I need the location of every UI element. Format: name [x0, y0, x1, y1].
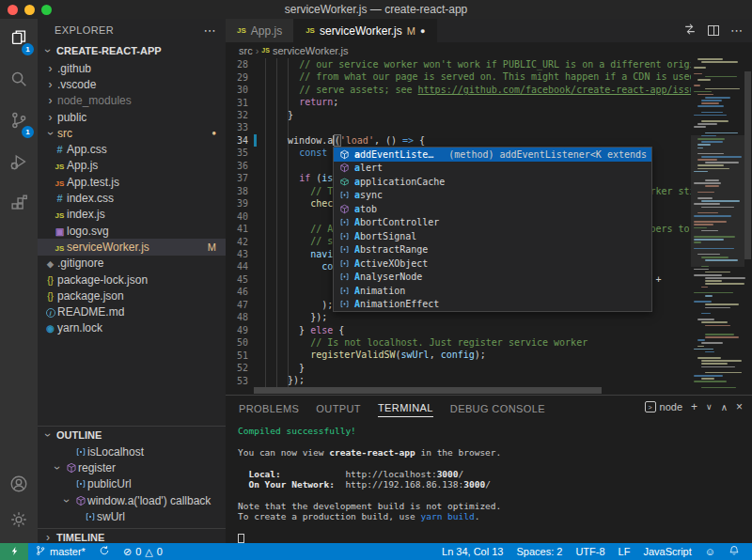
new-terminal-button[interactable]: + [691, 400, 697, 413]
code-line[interactable]: 33 [226, 121, 752, 133]
minimize-window-button[interactable] [24, 5, 35, 15]
code-line[interactable]: 50 // Is not localhost. Just register se… [226, 336, 752, 349]
file-tree-item-src[interactable]: ›src● [38, 125, 226, 141]
file-tree-item-node-modules[interactable]: ›node_modules [38, 93, 226, 109]
file-tree-item--vscode[interactable]: ›.vscode [38, 76, 226, 92]
encoding-label: UTF-8 [575, 546, 604, 557]
symbol-variable-icon [337, 258, 351, 269]
suggest-item-atob[interactable]: atob [334, 202, 651, 216]
branch-status[interactable]: master* [28, 543, 92, 560]
split-editor-icon[interactable] [708, 25, 719, 36]
file-tree-item-index-css[interactable]: #index.css [38, 190, 226, 206]
panel-tab-output[interactable]: OUTPUT [316, 399, 361, 417]
minimap-line [694, 274, 722, 276]
file-tree-item-readme-md[interactable]: iREADME.md [38, 303, 226, 319]
code-editor[interactable]: 28 // our service worker won't work if P… [226, 58, 752, 395]
outline-item[interactable]: ›register [38, 459, 226, 475]
outline-item[interactable]: ›window.a('load') callback [38, 492, 226, 508]
language-status[interactable]: JavaScript [636, 543, 697, 560]
open-changes-icon[interactable] [683, 23, 697, 39]
suggest-item-animation[interactable]: Animation [334, 284, 651, 298]
outline-item[interactable]: publicUrl [38, 476, 226, 492]
terminal-output[interactable]: Compiled successfully! You can now view … [238, 426, 501, 543]
panel-tab-problems[interactable]: PROBLEMS [239, 399, 299, 417]
file-tree-item-app-test-js[interactable]: JSApp.test.js [38, 174, 226, 190]
file-tree-item--gitignore[interactable]: ◆.gitignore [38, 256, 226, 272]
suggest-item-async[interactable]: async [334, 189, 651, 203]
suggest-item-abortsignal[interactable]: AbortSignal [334, 229, 651, 243]
code-line[interactable]: 51 registerValidSW(swUrl, config); [226, 349, 752, 361]
activity-item-explorer[interactable]: 1 [0, 19, 38, 60]
code-line[interactable]: 53 }); [226, 374, 752, 386]
file-tree-item--github[interactable]: ›.github [38, 60, 226, 76]
suggest-item-activexobject[interactable]: ActiveXObject [334, 257, 651, 271]
file-tree-item-logo-svg[interactable]: ▣logo.svg [38, 223, 226, 239]
code-line[interactable]: 31 return; [226, 96, 752, 108]
outline-item[interactable]: swUrl [38, 508, 226, 524]
code-line[interactable]: 30 // serve assets; see https://github.c… [226, 84, 752, 96]
indentation-status[interactable]: Spaces: 2 [509, 543, 569, 560]
code-line[interactable]: 29 // from what our page is served on. T… [226, 70, 752, 83]
suggest-item-addeventliste-[interactable]: addEventListe…(method) addEventListener<… [334, 148, 651, 162]
activity-item-extensions[interactable] [0, 184, 38, 226]
file-tree-item-index-js[interactable]: JSindex.js [38, 207, 226, 223]
activity-item-search[interactable] [0, 60, 38, 101]
activity-item-source-control[interactable]: 1 [0, 101, 38, 143]
unsaved-dot-icon[interactable]: ● [420, 26, 425, 36]
minimap-line [705, 303, 739, 305]
zoom-window-button[interactable] [41, 5, 52, 15]
remote-indicator[interactable] [0, 543, 28, 560]
code-line[interactable]: 28 // our service worker won't work if P… [226, 58, 752, 70]
encoding-status[interactable]: UTF-8 [569, 543, 611, 560]
suggest-item-abstractrange[interactable]: AbstractRange [334, 243, 651, 257]
vertical-scrollbar[interactable] [744, 71, 751, 259]
feedback-status[interactable]: ☺ [698, 543, 722, 560]
code-line[interactable]: 34 window.a('load', () => { [226, 134, 752, 147]
outline-section-header[interactable]: › OUTLINE [38, 427, 226, 443]
editor-more-actions-icon[interactable]: ⋯ [730, 23, 743, 38]
terminal-dropdown-icon[interactable]: ∨ [706, 402, 713, 412]
tab-serviceworker-js[interactable]: JSserviceWorker.jsM● [294, 19, 437, 42]
explorer-more-actions-icon[interactable]: ⋯ [204, 23, 216, 38]
cursor-position-status[interactable]: Ln 34, Col 13 [435, 543, 509, 560]
file-tree-item-package-json[interactable]: {}package.json [38, 288, 226, 303]
tab-app-js[interactable]: JSApp.js [226, 19, 294, 42]
close-window-button[interactable] [8, 5, 18, 15]
suggest-item-animationeffect[interactable]: AnimationEffect [334, 298, 651, 312]
file-tree-item-app-css[interactable]: #App.css [38, 141, 226, 157]
outline-item[interactable]: isLocalhost [38, 443, 226, 459]
suggest-item-abortcontroller[interactable]: AbortController [334, 216, 651, 230]
activity-item-run-debug[interactable] [0, 143, 38, 184]
code-line[interactable]: 52 } [226, 362, 752, 374]
breadcrumb-item[interactable]: serviceWorker.js [273, 45, 348, 56]
suggest-item-applicationcache[interactable]: applicationCache [334, 175, 651, 189]
file-tree-item-package-lock-json[interactable]: {}package-lock.json [38, 272, 226, 288]
minimap[interactable] [691, 58, 744, 395]
suggest-item-analysernode[interactable]: AnalyserNode [334, 271, 651, 285]
file-icon-js-test: JS [55, 179, 65, 188]
close-panel-button[interactable]: × [736, 400, 743, 413]
timeline-section-header[interactable]: › TIMELINE [38, 529, 226, 543]
code-line[interactable]: 48 }); [226, 311, 752, 323]
eol-status[interactable]: LF [612, 543, 637, 560]
file-tree-item-serviceworker-js[interactable]: JSserviceWorker.jsM [38, 239, 226, 255]
code-line[interactable]: 32 } [226, 109, 752, 121]
panel-tab-terminal[interactable]: TERMINAL [378, 398, 433, 417]
activity-item-account[interactable] [0, 468, 38, 504]
file-tree-item-app-js[interactable]: JSApp.js [38, 158, 226, 174]
maximize-panel-button[interactable]: ∧ [721, 402, 728, 412]
panel-tab-debug-console[interactable]: DEBUG CONSOLE [450, 399, 545, 417]
sync-status[interactable] [92, 543, 117, 560]
problems-status[interactable]: ⊘0△0 [117, 543, 169, 560]
file-tree-item-public[interactable]: ›public [38, 109, 226, 125]
suggest-item-alert[interactable]: alert [334, 162, 651, 176]
breadcrumb-item[interactable]: src [239, 45, 253, 56]
code-line[interactable]: 49 } else { [226, 324, 752, 336]
notifications-status[interactable] [722, 543, 746, 560]
activity-item-settings[interactable] [0, 504, 38, 539]
horizontal-scrollbar[interactable] [254, 387, 602, 394]
project-section-header[interactable]: › CREATE-REACT-APP [38, 41, 226, 60]
file-tree-item-yarn-lock[interactable]: ◉yarn.lock [38, 320, 226, 336]
minimap-line [697, 168, 729, 170]
terminal-shell-selector[interactable]: > node [645, 401, 682, 412]
